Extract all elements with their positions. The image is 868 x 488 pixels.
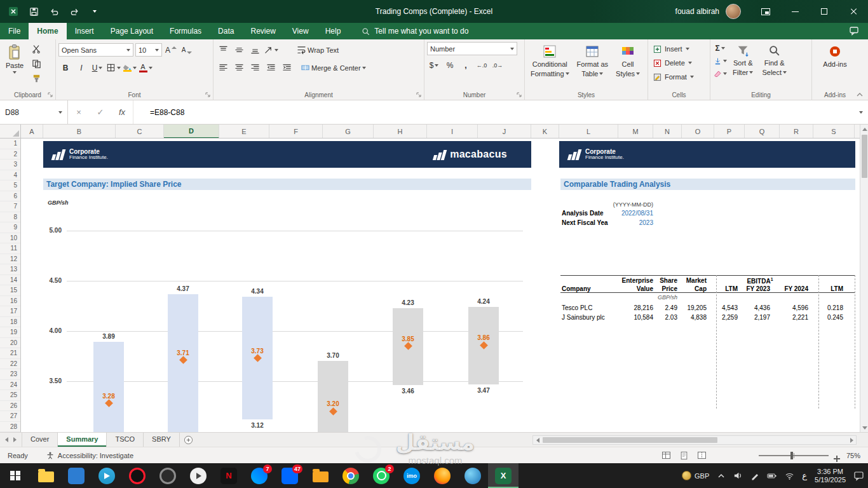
comma-style-button[interactable]: , — [459, 58, 473, 72]
scroll-left-icon[interactable] — [533, 436, 542, 444]
row-header-26[interactable]: 26 — [0, 401, 20, 412]
insert-function-icon[interactable]: fx — [111, 100, 133, 124]
minimize-button[interactable] — [780, 0, 810, 23]
vertical-scroll-thumb[interactable] — [862, 135, 867, 178]
ribbon-tab-insert[interactable]: Insert — [67, 23, 102, 39]
conditional-formatting-button[interactable]: Conditional Formatting — [527, 42, 573, 89]
clock[interactable]: 3:36 PM 5/19/2025 — [815, 468, 846, 484]
column-header-P[interactable]: P — [714, 125, 745, 139]
column-header-N[interactable]: N — [653, 125, 682, 139]
bottom-align-button[interactable] — [248, 43, 262, 57]
column-header-D[interactable]: D — [164, 125, 219, 139]
scroll-down-icon[interactable] — [860, 423, 868, 432]
signed-in-user[interactable]: fouad albirah — [675, 7, 719, 16]
wrap-text-button[interactable]: Wrap Text — [297, 43, 339, 57]
borders-button[interactable] — [106, 61, 121, 75]
column-header-O[interactable]: O — [682, 125, 714, 139]
volume-icon[interactable] — [733, 471, 743, 480]
align-center-button[interactable] — [232, 61, 246, 75]
row-header-20[interactable]: 20 — [0, 338, 20, 349]
taskbar-app-file-explorer[interactable] — [31, 463, 61, 488]
taskbar-app-firefox[interactable] — [427, 463, 458, 488]
column-header-R[interactable]: R — [780, 125, 813, 139]
accounting-format-button[interactable]: $ — [427, 58, 441, 72]
taskbar-app-telegram[interactable] — [92, 463, 122, 488]
clipboard-dialog-launcher[interactable] — [48, 92, 53, 98]
format-painter-button[interactable] — [29, 71, 43, 85]
column-header-A[interactable]: A — [21, 125, 43, 139]
wifi-icon[interactable] — [785, 471, 794, 480]
delete-cells-button[interactable]: Delete — [651, 56, 707, 70]
select-all-corner[interactable] — [0, 125, 21, 139]
row-header-14[interactable]: 14 — [0, 275, 20, 286]
sheet-tab-tsco[interactable]: TSCO — [107, 433, 144, 447]
sheet-tab-cover[interactable]: Cover — [22, 433, 58, 447]
collapse-ribbon-icon[interactable] — [857, 92, 863, 97]
column-header-B[interactable]: B — [43, 125, 116, 139]
ribbon-tab-formulas[interactable]: Formulas — [161, 23, 210, 39]
taskbar-app-camera-app[interactable] — [153, 463, 183, 488]
format-as-table-button[interactable]: Format as Table — [574, 42, 612, 89]
font-color-button[interactable]: A — [139, 61, 153, 75]
row-header-12[interactable]: 12 — [0, 254, 20, 265]
taskbar-app-internet-globe[interactable] — [458, 463, 488, 488]
row-header-16[interactable]: 16 — [0, 296, 20, 307]
addins-button[interactable]: Add-ins — [820, 42, 850, 89]
align-right-button[interactable] — [248, 61, 262, 75]
maximize-button[interactable] — [810, 0, 839, 23]
page-layout-view-button[interactable] — [677, 450, 690, 461]
taskbar-app-excel[interactable]: X — [488, 463, 519, 488]
taskbar-app-messenger[interactable]: 7 — [244, 463, 275, 488]
horizontal-scrollbar[interactable] — [532, 435, 857, 445]
row-header-15[interactable]: 15 — [0, 285, 20, 296]
zoom-slider-thumb[interactable] — [790, 452, 793, 459]
sort-filter-button[interactable]: Sort & Filter — [729, 42, 756, 89]
normal-view-button[interactable] — [660, 450, 672, 461]
row-header-5[interactable]: 5 — [0, 180, 20, 191]
increase-font-size-button[interactable]: A — [164, 43, 178, 57]
comment-icon[interactable] — [849, 25, 859, 36]
fill-button[interactable] — [713, 55, 727, 67]
row-header-6[interactable]: 6 — [0, 191, 20, 202]
font-dialog-launcher[interactable] — [205, 92, 211, 98]
battery-icon[interactable] — [767, 471, 777, 480]
format-cells-button[interactable]: Format — [651, 70, 707, 84]
font-size-select[interactable]: 10 — [135, 43, 162, 57]
zoom-slider[interactable] — [759, 455, 829, 456]
taskbar-app-downloads-folder[interactable] — [305, 463, 336, 488]
number-dialog-launcher[interactable] — [517, 92, 522, 98]
taskbar-app-imo[interactable]: imo — [397, 463, 427, 488]
row-header-8[interactable]: 8 — [0, 212, 20, 223]
row-header-3[interactable]: 3 — [0, 159, 20, 170]
fill-color-button[interactable] — [123, 61, 137, 75]
cell-styles-button[interactable]: Cell Styles — [613, 42, 643, 89]
decrease-font-size-button[interactable]: A — [180, 43, 194, 57]
user-avatar[interactable] — [726, 4, 741, 19]
ribbon-display-options-icon[interactable] — [751, 0, 780, 23]
column-header-S[interactable]: S — [813, 125, 855, 139]
row-header-27[interactable]: 27 — [0, 411, 20, 422]
merge-center-button[interactable]: Merge & Center — [301, 61, 366, 75]
notification-center-icon[interactable] — [853, 470, 864, 481]
sheet-tab-summary[interactable]: Summary — [58, 433, 107, 447]
zoom-level[interactable]: 75% — [839, 452, 860, 459]
taskbar-app-netflix[interactable]: N — [214, 463, 244, 488]
ribbon-tab-data[interactable]: Data — [210, 23, 242, 39]
cut-button[interactable] — [29, 42, 43, 56]
row-header-22[interactable]: 22 — [0, 359, 20, 370]
language-indicator[interactable]: ع — [802, 471, 807, 480]
start-button[interactable] — [0, 463, 31, 488]
row-header-24[interactable]: 24 — [0, 380, 20, 391]
horizontal-scroll-thumb[interactable] — [543, 437, 717, 443]
row-header-11[interactable]: 11 — [0, 243, 20, 254]
confirm-entry-icon[interactable]: ✓ — [90, 100, 111, 124]
save-icon[interactable] — [28, 6, 39, 17]
taskbar-app-zalo-chat[interactable]: 47 — [275, 463, 305, 488]
italic-button[interactable]: I — [74, 61, 88, 75]
pen-icon[interactable] — [750, 471, 759, 480]
ribbon-tab-review[interactable]: Review — [242, 23, 283, 39]
undo-icon[interactable] — [48, 6, 60, 17]
row-header-13[interactable]: 13 — [0, 264, 20, 275]
row-header-10[interactable]: 10 — [0, 233, 20, 244]
top-align-button[interactable] — [216, 43, 230, 57]
